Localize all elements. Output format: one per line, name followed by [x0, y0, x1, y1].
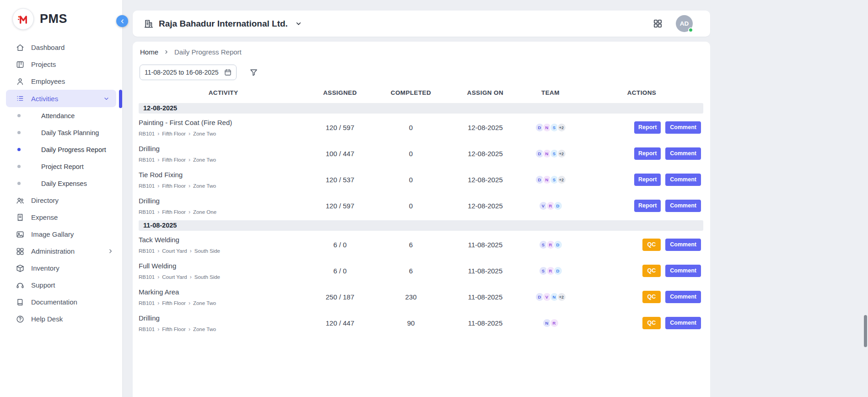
- qc-button[interactable]: QC: [642, 317, 661, 329]
- comment-button[interactable]: Comment: [665, 291, 701, 303]
- sidebar-subitem-attendance[interactable]: Attendance: [0, 107, 122, 124]
- date-range-input[interactable]: [140, 65, 237, 80]
- sidebar-item-directory[interactable]: Directory: [0, 192, 122, 209]
- column-header-actions: ACTIONS: [580, 89, 703, 96]
- comment-button[interactable]: Comment: [665, 121, 701, 134]
- sidebar-item-label: Inventory: [31, 264, 59, 272]
- team-overflow-badge[interactable]: +2: [557, 149, 566, 158]
- sidebar-subitem-daily-task-planning[interactable]: Daily Task Planning: [0, 124, 122, 141]
- report-button[interactable]: Report: [634, 174, 661, 186]
- main-area: Raja Bahadur International Ltd.: [122, 0, 868, 397]
- completed-cell: 230: [372, 293, 450, 301]
- report-button[interactable]: Report: [634, 147, 661, 160]
- chevron-right-icon: ›: [189, 326, 190, 332]
- assigned-cell: 6 / 0: [308, 267, 372, 275]
- assign-on-cell: 11-08-2025: [450, 293, 521, 301]
- sidebar-item-label: Employees: [31, 77, 65, 85]
- team-cell: DVN+2: [521, 292, 580, 302]
- team-member-badge[interactable]: D: [553, 240, 563, 250]
- chevron-right-icon: ›: [157, 300, 159, 306]
- report-button[interactable]: Report: [634, 200, 661, 212]
- sidebar-item-label: Image Gallary: [31, 230, 74, 238]
- sidebar-item-administration[interactable]: Administration: [0, 243, 122, 260]
- qc-button[interactable]: QC: [642, 239, 661, 251]
- sidebar-item-image-gallary[interactable]: Image Gallary: [0, 226, 122, 243]
- assigned-cell: 120 / 537: [308, 176, 372, 184]
- sidebar-item-projects[interactable]: Projects: [0, 56, 122, 73]
- bullet-icon: [17, 114, 21, 117]
- path-segment: Court Yard: [162, 248, 187, 254]
- activity-location-path: RB101›Fifth Floor›Zone Two: [139, 157, 308, 163]
- employees-icon: [16, 77, 25, 86]
- sidebar: PMS DashboardProjectsEmployeesActivities…: [0, 0, 122, 397]
- sidebar-subitem-daily-progress-report[interactable]: Daily Progress Report: [0, 141, 122, 158]
- group-date-header: 11-08-2025: [139, 220, 703, 231]
- chevron-right-icon: ›: [189, 157, 190, 163]
- team-member-badge[interactable]: R: [550, 318, 559, 328]
- content-card: Home Daily Progress Report: [133, 42, 710, 397]
- team-overflow-badge[interactable]: +2: [557, 175, 566, 185]
- team-member-badge[interactable]: D: [553, 266, 563, 276]
- activity-location-path: RB101›Fifth Floor›Zone Two: [139, 326, 308, 332]
- comment-button[interactable]: Comment: [665, 200, 701, 212]
- sidebar-item-activities[interactable]: Activities: [6, 90, 116, 107]
- sidebar-subitem-label: Daily Progress Report: [41, 146, 106, 153]
- team-member-badge[interactable]: D: [553, 201, 563, 211]
- actions-cell: QCComment: [580, 317, 703, 329]
- completed-cell: 0: [372, 150, 450, 158]
- sidebar-item-label: Support: [31, 281, 55, 289]
- user-avatar[interactable]: AD: [676, 15, 693, 32]
- building-icon: [144, 19, 154, 29]
- chevron-right-icon: ›: [189, 183, 190, 189]
- comment-button[interactable]: Comment: [665, 239, 701, 251]
- sidebar-item-label: Projects: [31, 60, 56, 68]
- sidebar-item-dashboard[interactable]: Dashboard: [0, 39, 122, 56]
- qc-button[interactable]: QC: [642, 291, 661, 303]
- activity-title: Painting - First Coat (Fire Red): [139, 119, 308, 126]
- activity-title: Tack Welding: [139, 236, 308, 244]
- chevron-right-icon: ›: [189, 300, 190, 306]
- apps-grid-button[interactable]: [652, 18, 663, 29]
- calendar-icon[interactable]: [224, 68, 232, 76]
- column-header-activity: ACTIVITY: [139, 89, 308, 96]
- sidebar-item-documentation[interactable]: Documentation: [0, 294, 122, 310]
- vertical-scrollbar[interactable]: [864, 315, 867, 347]
- path-segment: RB101: [139, 209, 155, 215]
- comment-button[interactable]: Comment: [665, 174, 701, 186]
- sidebar-item-employees[interactable]: Employees: [0, 73, 122, 90]
- assigned-cell: 6 / 0: [308, 241, 372, 249]
- path-segment: Fifth Floor: [162, 326, 186, 332]
- sidebar-collapse-button[interactable]: [116, 15, 128, 27]
- team-cell: SRD: [521, 240, 580, 250]
- path-segment: South Side: [194, 248, 220, 254]
- sidebar-item-help-desk[interactable]: Help Desk: [0, 310, 122, 327]
- comment-button[interactable]: Comment: [665, 265, 701, 277]
- breadcrumb-home[interactable]: Home: [140, 48, 158, 56]
- report-button[interactable]: Report: [634, 121, 661, 134]
- sidebar-subitem-daily-expenses[interactable]: Daily Expenses: [0, 175, 122, 192]
- date-range-field[interactable]: [145, 69, 224, 76]
- home-icon: [16, 43, 25, 52]
- qc-button[interactable]: QC: [642, 265, 661, 277]
- comment-button[interactable]: Comment: [665, 147, 701, 160]
- completed-cell: 90: [372, 319, 450, 327]
- filter-button[interactable]: [249, 68, 259, 77]
- sidebar-item-inventory[interactable]: Inventory: [0, 260, 122, 277]
- team-overflow-badge[interactable]: +2: [557, 123, 566, 132]
- sidebar-item-support[interactable]: Support: [0, 277, 122, 294]
- documentation-icon: [16, 298, 25, 307]
- team-overflow-badge[interactable]: +2: [557, 292, 566, 302]
- sidebar-subitem-label: Daily Task Planning: [41, 129, 99, 136]
- comment-button[interactable]: Comment: [665, 317, 701, 329]
- path-segment: Zone Two: [193, 157, 216, 163]
- company-selector[interactable]: Raja Bahadur International Ltd.: [144, 19, 302, 29]
- assigned-cell: 120 / 597: [308, 202, 372, 210]
- projects-icon: [16, 60, 25, 69]
- topbar: Raja Bahadur International Ltd.: [133, 11, 710, 37]
- activity-location-path: RB101›Fifth Floor›Zone Two: [139, 183, 308, 189]
- online-status-dot: [688, 27, 693, 33]
- sidebar-item-expense[interactable]: Expense: [0, 209, 122, 226]
- table-row: Painting - First Coat (Fire Red)RB101›Fi…: [139, 114, 703, 141]
- sidebar-subitem-project-report[interactable]: Project Report: [0, 158, 122, 175]
- completed-cell: 0: [372, 176, 450, 184]
